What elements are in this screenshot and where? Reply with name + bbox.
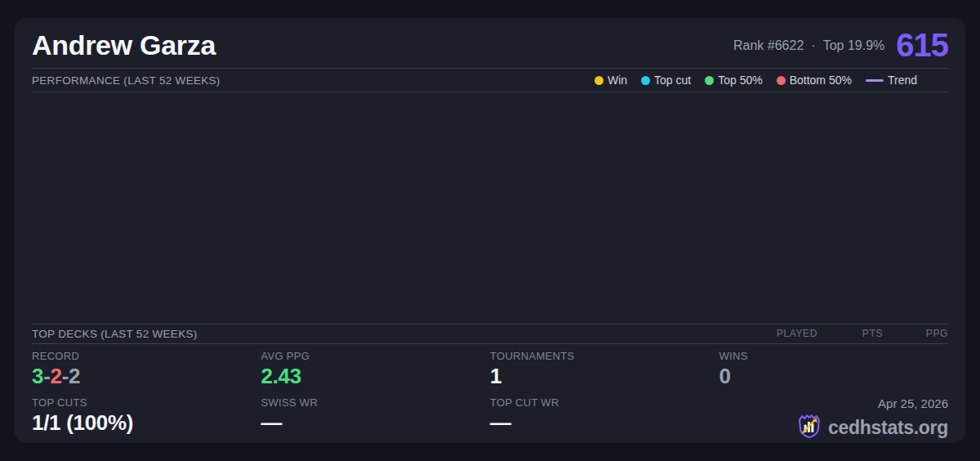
- record-draws: 2: [69, 364, 80, 388]
- stat-label: TOP CUTS: [32, 396, 261, 409]
- stat-label: TOURNAMENTS: [490, 350, 719, 362]
- legend-item-trend[interactable]: Trend: [866, 74, 917, 87]
- legend-label: Bottom 50%: [790, 74, 852, 87]
- swiss-wr-value: —: [261, 411, 491, 435]
- card-header: Andrew Garza Rank #6622 · Top 19.9% 615: [32, 18, 948, 68]
- stats-grid: RECORD 3-2-2 AVG PPG 2.43 TOURNAMENTS 1 …: [32, 344, 948, 443]
- avg-ppg-value: 2.43: [261, 365, 491, 388]
- stat-label: SWISS WR: [261, 396, 491, 409]
- record-wins: 3: [32, 364, 43, 388]
- stat-label: RECORD: [32, 350, 261, 362]
- bottom50-dot-icon: [777, 76, 786, 85]
- legend-label: Trend: [888, 74, 917, 87]
- header-right: Rank #6622 · Top 19.9% 615: [733, 27, 948, 64]
- player-stats-card: Andrew Garza Rank #6622 · Top 19.9% 615 …: [15, 18, 965, 443]
- column-header-ppg: PPG: [883, 328, 948, 339]
- legend-item-bottom50[interactable]: Bottom 50%: [777, 74, 852, 87]
- record-dash: -: [62, 364, 69, 388]
- stat-tournaments: TOURNAMENTS 1: [490, 350, 719, 396]
- tournaments-value: 1: [490, 365, 719, 388]
- top-decks-columns: PLAYED PTS PPG: [752, 328, 948, 339]
- stat-top-cut-wr: TOP CUT WR —: [490, 396, 719, 443]
- top50-dot-icon: [705, 76, 714, 85]
- chart-legend: Win Top cut Top 50% Bottom 50% Trend: [595, 74, 948, 87]
- percentile-label: Top 19.9%: [823, 38, 885, 53]
- performance-header-row: PERFORMANCE (LAST 52 WEEKS) Win Top cut …: [32, 69, 948, 91]
- stat-label: WINS: [719, 350, 949, 362]
- player-name: Andrew Garza: [32, 29, 216, 61]
- legend-label: Top cut: [654, 74, 691, 87]
- top-decks-header-row: TOP DECKS (LAST 52 WEEKS) PLAYED PTS PPG: [32, 324, 948, 343]
- top-cut-wr-value: —: [490, 411, 719, 435]
- stat-label: AVG PPG: [261, 350, 491, 362]
- top-cuts-value: 1/1 (100%): [32, 411, 261, 435]
- rank-separator: ·: [811, 38, 815, 53]
- stat-swiss-wr: SWISS WR —: [261, 396, 491, 443]
- top-decks-title: TOP DECKS (LAST 52 WEEKS): [32, 328, 198, 340]
- stat-label: TOP CUT WR: [490, 396, 719, 409]
- cedhstats-brand[interactable]: cedhstats.org: [796, 413, 948, 443]
- stat-top-cuts: TOP CUTS 1/1 (100%): [32, 396, 261, 443]
- performance-chart-area: [32, 92, 948, 324]
- rank-label: Rank #6622: [733, 38, 804, 53]
- record-dash: -: [43, 364, 50, 388]
- performance-title: PERFORMANCE (LAST 52 WEEKS): [32, 74, 220, 87]
- site-name: cedhstats.org: [828, 417, 948, 439]
- top-cut-dot-icon: [641, 76, 650, 85]
- stat-record: RECORD 3-2-2: [32, 350, 261, 396]
- wins-value: 0: [719, 365, 949, 388]
- stat-avg-ppg: AVG PPG 2.43: [261, 350, 491, 396]
- legend-item-win[interactable]: Win: [595, 74, 627, 87]
- win-dot-icon: [595, 76, 604, 85]
- column-header-played: PLAYED: [752, 328, 817, 339]
- record-value: 3-2-2: [32, 365, 261, 388]
- rank-line: Rank #6622 · Top 19.9%: [733, 38, 884, 53]
- legend-item-top50[interactable]: Top 50%: [705, 74, 762, 87]
- column-header-pts: PTS: [817, 328, 883, 339]
- date-label: Apr 25, 2026: [878, 396, 948, 410]
- trend-line-icon: [866, 79, 884, 82]
- legend-label: Win: [608, 74, 627, 87]
- footer-cell: Apr 25, 2026 cedhstats.org: [719, 396, 949, 443]
- legend-item-top-cut[interactable]: Top cut: [641, 74, 691, 87]
- record-losses: 2: [51, 364, 62, 388]
- cedhstats-crest-icon: [796, 413, 822, 443]
- stat-wins: WINS 0: [719, 350, 949, 396]
- elo-score: 615: [896, 27, 948, 64]
- legend-label: Top 50%: [718, 74, 762, 87]
